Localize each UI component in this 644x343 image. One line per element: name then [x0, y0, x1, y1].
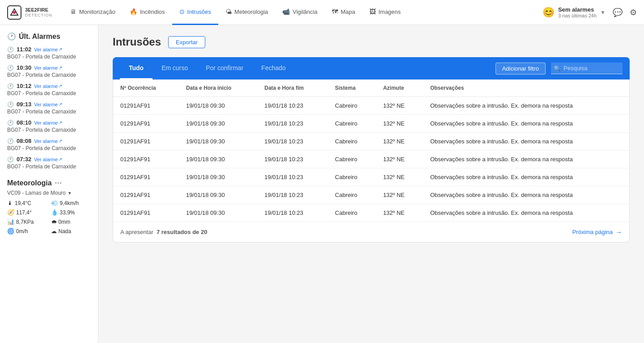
cell-azimute: 132º NE	[376, 115, 423, 133]
vigilancia-nav-label: Vigilância	[292, 8, 317, 15]
cell-data_inicio: 19/01/18 09:30	[179, 97, 257, 115]
alarm-time: 10:12	[17, 83, 31, 89]
nav-item-monitorizacao[interactable]: 🖥Monitorização	[63, 0, 123, 25]
result-info: A apresentar 7 resultados de 20	[120, 229, 207, 235]
table-row[interactable]: 01291AF9119/01/18 09:3019/01/18 10:23Cab…	[113, 97, 629, 115]
alarms-section-title: 🕐 Últ. Alarmes	[7, 32, 91, 41]
export-button[interactable]: Exportar	[168, 36, 205, 48]
table-row[interactable]: 01291AF9119/01/18 09:3019/01/18 10:23Cab…	[113, 186, 629, 204]
incendios-nav-label: Incêndios	[140, 8, 165, 15]
cell-sistema: Cabreiro	[328, 204, 376, 222]
cell-observacoes: Observações sobre a intrusão. Ex. demora…	[423, 204, 629, 222]
alarm-location: BG07 - Portela de Carnaxide	[7, 54, 91, 60]
nav-item-imagens[interactable]: 🖼Imagens	[362, 0, 408, 25]
alarm-time: 11:02	[17, 46, 31, 53]
alarm-view-link[interactable]: Ver alarme ↗	[34, 84, 62, 89]
cell-ocorrencia: 01291AF91	[113, 97, 179, 115]
meteo-cell: 📊8,7KPa	[7, 218, 47, 225]
alarm-status[interactable]: 😊 Sem alarmes 3 nas últimas 24h ▼	[542, 6, 606, 18]
nav-item-incendios[interactable]: 🔥Incêndios	[123, 0, 172, 25]
meteo-value: 117,4°	[16, 209, 32, 216]
nav-item-intrusoes[interactable]: ⊙Intrusões	[172, 0, 218, 25]
nav-right: 😊 Sem alarmes 3 nas últimas 24h ▼ 💬 ⚙	[542, 6, 637, 18]
alarm-dropdown-icon[interactable]: ▼	[600, 9, 606, 16]
alarm-time: 10:30	[17, 64, 31, 71]
cell-sistema: Cabreiro	[328, 151, 376, 168]
search-input[interactable]	[551, 63, 623, 74]
meteorologia-nav-icon: 🌤	[225, 8, 232, 15]
logo-text: 3EE2FIRE DETECTION	[25, 7, 52, 17]
add-filter-button[interactable]: Adicionar filtro	[496, 63, 546, 75]
next-page-label: Próxima página	[572, 229, 613, 235]
alarm-clock-icon: 🕐	[7, 156, 14, 163]
alarm-face-icon: 😊	[542, 7, 555, 18]
sidebar: 🕐 Últ. Alarmes 🕐 11:02 Ver alarme ↗ BG07…	[0, 25, 98, 343]
meteo-icon: 🌧	[51, 218, 57, 225]
chat-button[interactable]: 💬	[613, 8, 623, 17]
meteo-icon: ☁	[51, 228, 57, 234]
table-footer: A apresentar 7 resultados de 20 Próxima …	[113, 222, 629, 242]
meteo-station[interactable]: VC09 - Lamas de Mouro ▼	[7, 190, 91, 196]
external-link-icon: ↗	[59, 102, 62, 107]
alarm-location: BG07 - Portela de Carnaxide	[7, 163, 91, 170]
meteo-value: 33,9%	[60, 209, 75, 216]
monitorizacao-nav-label: Monitorização	[79, 8, 115, 15]
alarm-view-link[interactable]: Ver alarme ↗	[34, 157, 62, 162]
table-row[interactable]: 01291AF9119/01/18 09:3019/01/18 10:23Cab…	[113, 133, 629, 151]
cell-data_fim: 19/01/18 10:23	[257, 115, 328, 133]
alarm-view-link[interactable]: Ver alarme ↗	[34, 47, 62, 52]
logo[interactable]: 3EE2FIRE DETECTION	[7, 5, 52, 20]
cell-azimute: 132º NE	[376, 186, 423, 204]
cell-observacoes: Observações sobre a intrusão. Ex. demora…	[423, 151, 629, 168]
cell-observacoes: Observações sobre a intrusão. Ex. demora…	[423, 97, 629, 115]
alarm-view-link[interactable]: Ver alarme ↗	[34, 102, 62, 107]
table-row[interactable]: 01291AF9119/01/18 09:3019/01/18 10:23Cab…	[113, 204, 629, 222]
alarm-view-link[interactable]: Ver alarme ↗	[34, 120, 62, 125]
alarm-entry: 🕐 08:10 Ver alarme ↗ BG07 - Portela de C…	[7, 119, 91, 133]
alarm-time: 09:13	[17, 101, 31, 108]
meteo-value: 0m/h	[16, 228, 28, 234]
cell-data_inicio: 19/01/18 09:30	[179, 186, 257, 204]
alarm-clock-icon: 🕐	[7, 101, 14, 108]
filter-tab-por_confirmar[interactable]: Por confirmar	[197, 57, 252, 79]
filter-right: Adicionar filtro 🔍	[496, 63, 623, 75]
external-link-icon: ↗	[59, 138, 62, 143]
table-row[interactable]: 01291AF9119/01/18 09:3019/01/18 10:23Cab…	[113, 151, 629, 168]
settings-button[interactable]: ⚙	[630, 8, 637, 17]
alarm-view-link[interactable]: Ver alarme ↗	[34, 65, 62, 71]
nav-item-vigilancia[interactable]: 📹Vigilância	[275, 0, 324, 25]
alarm-time: 08:08	[17, 138, 31, 144]
filter-bar: TudoEm cursoPor confirmarFechado Adicion…	[113, 57, 630, 79]
meteorology-section: Meteorologia ⋯ VC09 - Lamas de Mouro ▼ 🌡…	[7, 179, 91, 234]
table-row[interactable]: 01291AF9119/01/18 09:3019/01/18 10:23Cab…	[113, 168, 629, 186]
external-link-icon: ↗	[59, 47, 62, 52]
cell-ocorrencia: 01291AF91	[113, 186, 179, 204]
meteo-icon: 🌀	[7, 228, 14, 234]
meteo-cell: ☁Nada	[51, 228, 91, 234]
meteo-more-icon[interactable]: ⋯	[55, 179, 62, 187]
nav-item-meteorologia[interactable]: 🌤Meteorologia	[218, 0, 275, 25]
cell-data_fim: 19/01/18 10:23	[257, 186, 328, 204]
filter-tab-tudo[interactable]: Tudo	[120, 57, 153, 79]
nav-item-mapa[interactable]: 🗺Mapa	[325, 0, 363, 25]
alarm-view-link[interactable]: Ver alarme ↗	[34, 138, 62, 144]
incendios-nav-icon: 🔥	[130, 8, 137, 15]
alarm-time: 07:32	[17, 156, 31, 163]
filter-tab-fechado[interactable]: Fechado	[252, 57, 294, 79]
filter-tab-em_curso[interactable]: Em curso	[153, 57, 197, 79]
alarm-sub: 3 nas últimas 24h	[558, 13, 597, 18]
vigilancia-nav-icon: 📹	[282, 8, 290, 15]
alarm-clock-icon: 🕐	[7, 138, 14, 144]
alarm-clock-icon: 🕐	[7, 65, 14, 71]
cell-observacoes: Observações sobre a intrusão. Ex. demora…	[423, 168, 629, 186]
intrusions-table: Nº OcorrênciaData e Hora inícioData e Ho…	[113, 79, 629, 222]
table-row[interactable]: 01291AF9119/01/18 09:3019/01/18 10:23Cab…	[113, 115, 629, 133]
next-page-button[interactable]: Próxima página →	[572, 228, 622, 236]
cell-ocorrencia: 01291AF91	[113, 168, 179, 186]
meteo-value: 9,4km/h	[60, 200, 79, 206]
alarm-entry: 🕐 11:02 Ver alarme ↗ BG07 - Portela de C…	[7, 46, 91, 60]
search-icon: 🔍	[554, 65, 561, 72]
cell-data_fim: 19/01/18 10:23	[257, 168, 328, 186]
table-body: 01291AF9119/01/18 09:3019/01/18 10:23Cab…	[113, 97, 629, 222]
alarm-time: 08:10	[17, 119, 31, 126]
